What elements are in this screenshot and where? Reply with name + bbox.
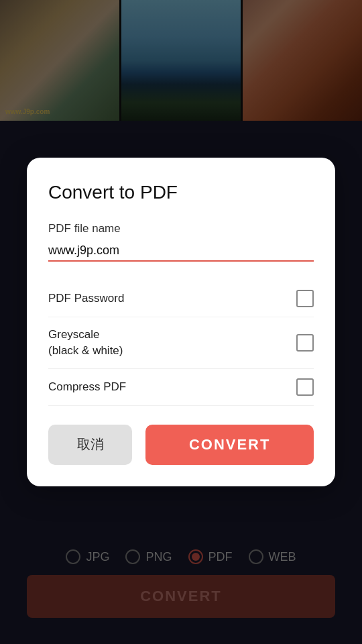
pdf-filename-label: PDF file name (48, 222, 314, 235)
pdf-password-label: PDF Password (48, 290, 124, 307)
dialog-backdrop: Convert to PDF PDF file name PDF Passwor… (0, 0, 362, 644)
pdf-filename-input[interactable] (48, 241, 314, 262)
pdf-password-option: PDF Password (48, 280, 314, 317)
greyscale-option: Greyscale(black & white) (48, 317, 314, 369)
compress-pdf-label: Compress PDF (48, 379, 126, 395)
greyscale-checkbox[interactable] (296, 334, 314, 352)
greyscale-label: Greyscale(black & white) (48, 327, 123, 359)
convert-to-pdf-dialog: Convert to PDF PDF file name PDF Passwor… (27, 158, 335, 486)
compress-pdf-option: Compress PDF (48, 369, 314, 406)
pdf-password-checkbox[interactable] (296, 290, 314, 307)
convert-button[interactable]: CONVERT (145, 425, 314, 465)
dialog-buttons: 取消 CONVERT (48, 425, 314, 465)
cancel-button[interactable]: 取消 (48, 425, 132, 465)
dialog-title: Convert to PDF (48, 182, 314, 203)
compress-pdf-checkbox[interactable] (296, 378, 314, 396)
pdf-filename-wrapper[interactable] (48, 241, 314, 262)
